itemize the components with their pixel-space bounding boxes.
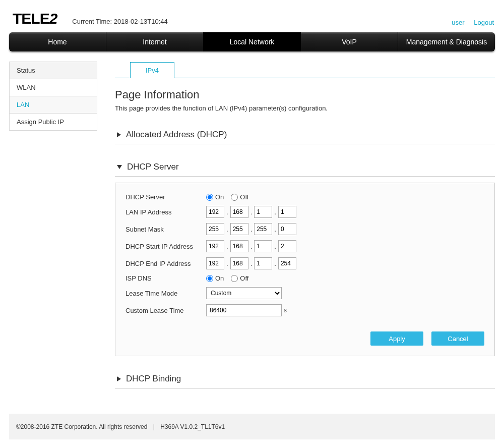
custom-lease-unit: s (284, 307, 287, 314)
isp-dns-on-wrap[interactable]: On (206, 274, 224, 282)
dhcp-off-radio[interactable] (231, 194, 238, 201)
row-custom-lease: Custom Lease Time s (125, 304, 484, 316)
nav-management-diagnosis[interactable]: Management & Diagnosis (398, 32, 495, 51)
section-dhcp-binding-title: DHCP Binding (126, 374, 181, 384)
isp-dns-off-label: Off (240, 274, 248, 282)
dhcp-on-radio[interactable] (206, 194, 213, 201)
section-dhcp-server-title: DHCP Server (127, 162, 179, 172)
row-lease-mode: Lease Time Mode Custom (125, 287, 484, 299)
tab-ipv4[interactable]: IPv4 (130, 62, 174, 78)
row-isp-dns: ISP DNS On Off (125, 274, 484, 282)
label-custom-lease: Custom Lease Time (125, 307, 206, 314)
dhcp-off-label: Off (240, 193, 248, 201)
label-start-ip: DHCP Start IP Address (125, 243, 206, 250)
dhcp-on-wrap[interactable]: On (206, 193, 224, 201)
row-start-ip: DHCP Start IP Address . . . (125, 240, 484, 252)
chevron-down-icon (117, 165, 122, 169)
row-end-ip: DHCP End IP Address . . . (125, 257, 484, 269)
row-subnet: Subnet Mask . . . (125, 223, 484, 235)
end-ip-1[interactable] (206, 257, 224, 269)
sidebar-item-wlan[interactable]: WLAN (10, 79, 97, 96)
header: TELE2 Current Time: 2018-02-13T10:44 use… (0, 0, 504, 32)
lease-mode-select[interactable]: Custom (206, 287, 282, 299)
sidebar-item-status[interactable]: Status (10, 62, 97, 79)
user-link[interactable]: user (452, 19, 464, 26)
main: Status WLAN LAN Assign Public IP IPv4 Pa… (0, 51, 504, 409)
sidebar-item-assign-public-ip[interactable]: Assign Public IP (10, 114, 97, 130)
start-ip-1[interactable] (206, 240, 224, 252)
isp-dns-on-label: On (215, 274, 224, 282)
nav-home[interactable]: Home (9, 32, 106, 51)
section-dhcp-binding[interactable]: DHCP Binding (115, 369, 495, 388)
chevron-right-icon (117, 132, 121, 137)
custom-lease-input[interactable] (206, 304, 282, 316)
end-ip-3[interactable] (254, 257, 272, 269)
label-dhcp-server: DHCP Server (125, 193, 206, 201)
start-ip-3[interactable] (254, 240, 272, 252)
button-row: Apply Cancel (125, 331, 484, 346)
navbar: Home Internet Local Network VoIP Managem… (9, 32, 495, 51)
sidebar-item-lan[interactable]: LAN (10, 96, 97, 114)
subnet-4[interactable] (278, 223, 296, 235)
dhcp-server-panel: DHCP Server On Off LAN IP Address . . . … (115, 183, 495, 356)
dhcp-off-wrap[interactable]: Off (231, 193, 248, 201)
subnet-3[interactable] (254, 223, 272, 235)
tabs: IPv4 (115, 62, 495, 78)
nav-internet[interactable]: Internet (106, 32, 204, 51)
nav-local-network[interactable]: Local Network (204, 32, 301, 51)
isp-dns-off-wrap[interactable]: Off (231, 274, 248, 282)
footer-copyright: ©2008-2016 ZTE Corporation. All rights r… (16, 423, 147, 430)
logo: TELE2 (13, 10, 57, 27)
subnet-2[interactable] (230, 223, 248, 235)
cancel-button[interactable]: Cancel (431, 331, 484, 346)
footer: ©2008-2016 ZTE Corporation. All rights r… (9, 414, 495, 439)
page-title: Page Information (115, 88, 495, 101)
end-ip-4[interactable] (278, 257, 296, 269)
page-description: This page provides the function of LAN (… (115, 104, 495, 112)
dhcp-on-label: On (215, 193, 224, 201)
label-lease-mode: Lease Time Mode (125, 290, 206, 297)
content: IPv4 Page Information This page provides… (115, 62, 495, 388)
lan-ip-3[interactable] (254, 206, 272, 218)
row-dhcp-server: DHCP Server On Off (125, 193, 484, 201)
start-ip-4[interactable] (278, 240, 296, 252)
lan-ip-2[interactable] (230, 206, 248, 218)
isp-dns-on-radio[interactable] (206, 275, 213, 282)
start-ip-2[interactable] (230, 240, 248, 252)
label-subnet: Subnet Mask (125, 226, 206, 233)
chevron-right-icon (117, 376, 121, 381)
footer-sep: | (153, 423, 155, 430)
isp-dns-off-radio[interactable] (231, 275, 238, 282)
lan-ip-4[interactable] (278, 206, 296, 218)
sidebar: Status WLAN LAN Assign Public IP (9, 62, 97, 131)
lan-ip-1[interactable] (206, 206, 224, 218)
header-right: user Logout (444, 19, 494, 26)
label-isp-dns: ISP DNS (125, 274, 206, 282)
logout-link[interactable]: Logout (474, 19, 494, 26)
subnet-1[interactable] (206, 223, 224, 235)
row-lan-ip: LAN IP Address . . . (125, 206, 484, 218)
label-lan-ip: LAN IP Address (125, 208, 206, 216)
footer-version: H369A V1.0.2_TL1T6v1 (160, 423, 225, 430)
label-end-ip: DHCP End IP Address (125, 260, 206, 267)
apply-button[interactable]: Apply (370, 331, 423, 346)
end-ip-2[interactable] (230, 257, 248, 269)
section-allocated-title: Allocated Address (DHCP) (126, 130, 227, 140)
nav-voip[interactable]: VoIP (301, 32, 398, 51)
current-time: Current Time: 2018-02-13T10:44 (72, 18, 167, 27)
section-dhcp-server[interactable]: DHCP Server (115, 157, 495, 177)
section-allocated-address[interactable]: Allocated Address (DHCP) (115, 125, 495, 144)
